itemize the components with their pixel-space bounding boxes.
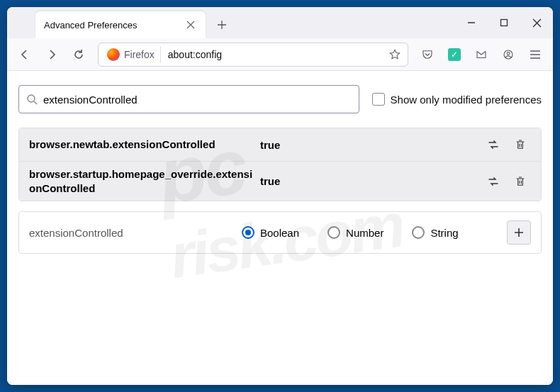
nav-toolbar: Firefox about:config ✓ bbox=[7, 38, 553, 71]
prefs-table: browser.newtab.extensionControlled true … bbox=[18, 128, 542, 201]
new-tab-button[interactable] bbox=[211, 14, 233, 35]
create-pref-name: extensionControlled bbox=[29, 227, 242, 239]
svg-point-2 bbox=[507, 52, 510, 55]
radio-icon bbox=[412, 226, 425, 239]
extension-icon[interactable]: ✓ bbox=[442, 43, 466, 67]
tab-title: Advanced Preferences bbox=[44, 20, 184, 30]
pref-row[interactable]: browser.startup.homepage_override.extens… bbox=[19, 161, 541, 201]
close-window-button[interactable] bbox=[520, 7, 553, 38]
menu-button[interactable] bbox=[523, 43, 547, 67]
url-bar[interactable]: Firefox about:config bbox=[98, 43, 408, 67]
delete-button[interactable] bbox=[510, 134, 531, 155]
radio-label: Number bbox=[346, 227, 383, 239]
create-pref-row: extensionControlled Boolean Number Strin… bbox=[18, 211, 542, 254]
search-row: Show only modified preferences bbox=[18, 85, 542, 113]
radio-icon bbox=[327, 226, 340, 239]
identity-label: Firefox bbox=[124, 49, 155, 60]
firefox-icon bbox=[107, 48, 120, 61]
window-controls bbox=[455, 7, 553, 38]
reload-button[interactable] bbox=[67, 43, 91, 67]
checkbox-icon[interactable] bbox=[372, 93, 385, 106]
pref-actions bbox=[483, 134, 531, 155]
pref-actions bbox=[483, 171, 531, 192]
add-pref-button[interactable] bbox=[507, 220, 531, 245]
forward-button[interactable] bbox=[40, 43, 64, 67]
back-button[interactable] bbox=[13, 43, 37, 67]
minimize-button[interactable] bbox=[455, 7, 488, 38]
radio-icon bbox=[242, 226, 254, 239]
type-radio-group: Boolean Number String bbox=[242, 226, 507, 239]
show-modified-checkbox[interactable]: Show only modified preferences bbox=[372, 93, 542, 106]
titlebar: Advanced Preferences bbox=[7, 7, 553, 38]
about-config-content: Show only modified preferences browser.n… bbox=[7, 71, 553, 385]
pref-name: browser.startup.homepage_override.extens… bbox=[29, 167, 256, 195]
inbox-icon[interactable] bbox=[469, 43, 493, 67]
radio-number[interactable]: Number bbox=[327, 226, 383, 239]
pref-value: true bbox=[256, 139, 483, 151]
pref-row[interactable]: browser.newtab.extensionControlled true bbox=[19, 128, 541, 161]
identity-box[interactable]: Firefox bbox=[101, 46, 161, 63]
radio-boolean[interactable]: Boolean bbox=[242, 226, 299, 239]
close-tab-icon[interactable] bbox=[184, 18, 197, 31]
show-modified-label: Show only modified preferences bbox=[391, 94, 542, 106]
radio-label: String bbox=[430, 227, 458, 239]
pref-name: browser.newtab.extensionControlled bbox=[29, 138, 256, 152]
pref-value: true bbox=[256, 175, 483, 187]
radio-label: Boolean bbox=[260, 227, 299, 239]
svg-rect-0 bbox=[501, 20, 508, 26]
svg-point-3 bbox=[28, 95, 35, 102]
config-search-input[interactable] bbox=[43, 94, 352, 106]
pocket-icon[interactable] bbox=[415, 43, 439, 67]
delete-button[interactable] bbox=[510, 171, 531, 192]
config-search-box[interactable] bbox=[18, 85, 359, 113]
toggle-button[interactable] bbox=[483, 171, 504, 192]
active-tab[interactable]: Advanced Preferences bbox=[35, 11, 206, 38]
account-icon[interactable] bbox=[496, 43, 520, 67]
browser-window: Advanced Preferences Firefox about:confi… bbox=[7, 7, 553, 385]
url-text[interactable]: about:config bbox=[161, 49, 385, 60]
search-icon bbox=[26, 94, 38, 105]
plus-icon bbox=[514, 228, 524, 237]
maximize-button[interactable] bbox=[488, 7, 520, 38]
bookmark-star-icon[interactable] bbox=[385, 45, 405, 65]
radio-string[interactable]: String bbox=[412, 226, 458, 239]
toggle-button[interactable] bbox=[483, 134, 504, 155]
